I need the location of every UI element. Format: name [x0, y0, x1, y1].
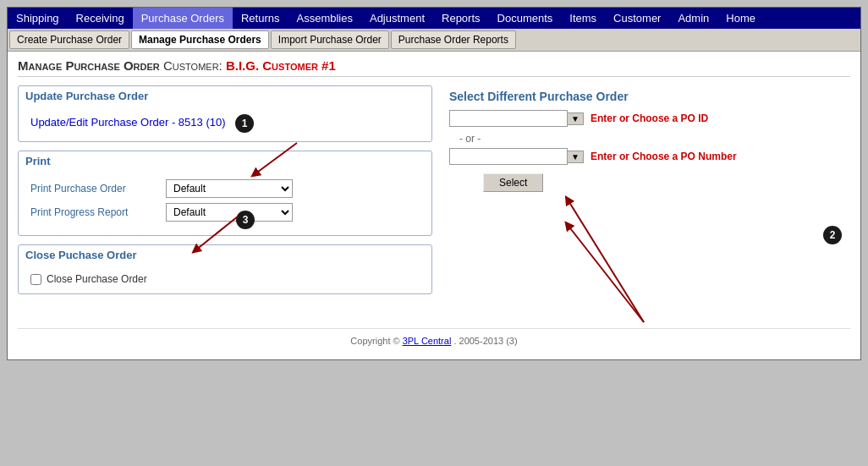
close-po-title: Close Puchase Order	[19, 245, 431, 265]
content-area: Update Purchase Order Update/Edit Purcha…	[18, 85, 850, 303]
nav-item-shipping[interactable]: Shipping	[8, 8, 68, 29]
print-po-row: Print Purchase Order Default	[30, 179, 420, 198]
print-section-title: Print	[19, 151, 431, 171]
footer-copyright: Copyright ©	[350, 336, 402, 346]
page-content: Manage Purchase Order Customer: B.I.G. C…	[8, 52, 860, 359]
or-divider: - or -	[453, 132, 850, 145]
nav-item-documents[interactable]: Documents	[489, 8, 562, 29]
customer-name: B.I.G. Customer #1	[226, 58, 336, 73]
annotation-2-wrapper: 2	[449, 226, 850, 244]
po-number-dropdown-btn[interactable]: ▼	[568, 151, 584, 163]
update-po-link[interactable]: Update/Edit Purchase Order - 8513 (10)	[30, 116, 226, 129]
nav-item-assemblies[interactable]: Assemblies	[288, 8, 361, 29]
nav-item-returns[interactable]: Returns	[233, 8, 288, 29]
footer-suffix: . 2005-2013 (3)	[453, 336, 517, 346]
po-id-label: Enter or Choose a PO ID	[591, 112, 708, 124]
footer: Copyright © 3PL Central . 2005-2013 (3)	[18, 328, 850, 353]
right-column: Select Different Purchase Order ▼ Enter …	[449, 85, 850, 244]
customer-label: Customer:	[163, 58, 222, 73]
print-progress-select[interactable]: Default	[166, 203, 293, 222]
update-po-section: Update Purchase Order Update/Edit Purcha…	[18, 85, 432, 142]
page-title-bar: Manage Purchase Order Customer: B.I.G. C…	[18, 58, 850, 77]
po-number-label: Enter or Choose a PO Number	[591, 151, 737, 162]
close-po-body: Close Purchase Order	[19, 268, 431, 293]
or-label-text: - or -	[459, 133, 481, 145]
po-id-dropdown-btn[interactable]: ▼	[568, 112, 584, 125]
nav-item-adjustment[interactable]: Adjustment	[361, 8, 433, 29]
close-po-checkbox-label: Close Purchase Order	[47, 273, 147, 285]
page-title-text: Manage Purchase Order	[18, 58, 160, 73]
po-id-input[interactable]	[449, 110, 568, 127]
print-po-select[interactable]: Default	[166, 179, 293, 198]
outer-wrapper: Shipping Receiving Purchase Orders Retur…	[0, 0, 868, 367]
print-po-label: Print Purchase Order	[30, 183, 166, 195]
po-id-row: ▼ Enter or Choose a PO ID	[449, 110, 850, 127]
nav-item-home[interactable]: Home	[717, 8, 764, 29]
left-column: Update Purchase Order Update/Edit Purcha…	[18, 85, 432, 303]
update-po-title: Update Purchase Order	[19, 86, 431, 106]
nav-item-receiving[interactable]: Receiving	[68, 8, 133, 29]
top-nav: Shipping Receiving Purchase Orders Retur…	[8, 8, 860, 29]
print-progress-label: Print Progress Report	[30, 206, 166, 218]
footer-link[interactable]: 3PL Central	[403, 336, 452, 346]
select-po-title: Select Different Purchase Order	[449, 90, 850, 103]
nav-item-items[interactable]: Items	[561, 8, 605, 29]
nav-item-purchase-orders[interactable]: Purchase Orders	[133, 8, 233, 29]
close-po-checkbox[interactable]	[30, 274, 41, 285]
print-section: Print Print Purchase Order Default Print	[18, 151, 432, 236]
sub-nav: Create Purchase Order Manage Purchase Or…	[8, 29, 860, 52]
print-section-body: Print Purchase Order Default Print Progr…	[19, 174, 431, 235]
update-po-body: Update/Edit Purchase Order - 8513 (10) 1	[19, 109, 431, 141]
nav-item-reports[interactable]: Reports	[433, 8, 489, 29]
select-btn-wrapper: Select	[483, 170, 850, 192]
subnav-import-po[interactable]: Import Purchase Order	[271, 30, 389, 49]
close-po-section: Close Puchase Order Close Purchase Order	[18, 244, 432, 294]
select-button[interactable]: Select	[483, 173, 543, 192]
subnav-manage-po[interactable]: Manage Purchase Orders	[131, 30, 269, 49]
subnav-po-reports[interactable]: Purchase Order Reports	[391, 30, 516, 49]
inner-wrapper: Shipping Receiving Purchase Orders Retur…	[7, 7, 861, 360]
po-number-input[interactable]	[449, 148, 568, 165]
nav-item-admin[interactable]: Admin	[669, 8, 717, 29]
annotation-1: 1	[235, 114, 254, 133]
po-number-row: ▼ Enter or Choose a PO Number	[449, 148, 850, 165]
nav-item-customer[interactable]: Customer	[605, 8, 669, 29]
annotation-2: 2	[823, 226, 842, 244]
close-po-row: Close Purchase Order	[30, 273, 420, 285]
two-col-layout: Update Purchase Order Update/Edit Purcha…	[18, 85, 850, 303]
print-progress-row: Print Progress Report Default	[30, 203, 420, 222]
subnav-create-po[interactable]: Create Purchase Order	[9, 30, 129, 49]
